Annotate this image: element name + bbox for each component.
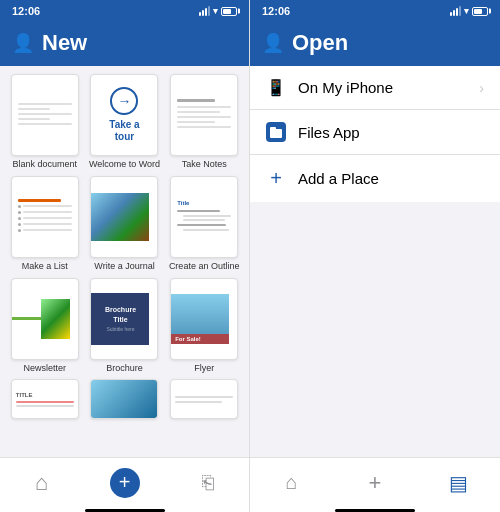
wifi-icon-right: ▾ <box>464 6 469 16</box>
place-label: Add a Place <box>298 170 484 187</box>
status-bar-right: 12:06 ▾ <box>250 0 500 22</box>
tab-add-right[interactable]: + <box>333 470 416 496</box>
thumb-notes <box>170 74 238 156</box>
thumb-list <box>11 176 79 258</box>
add-icon-left[interactable]: + <box>110 468 140 498</box>
open-list: 📱 On My iPhone › Files App + Add a Place <box>250 66 500 457</box>
template-newsletter[interactable]: Newsletter <box>8 278 82 374</box>
template-list[interactable]: Make a List <box>8 176 82 272</box>
tour-arrow-icon: → <box>117 93 131 109</box>
status-bar-left: 12:06 ▾ <box>0 0 249 22</box>
label-brochure: Brochure <box>106 363 143 374</box>
header-left: 👤 New <box>0 22 249 66</box>
add-icon-right: + <box>369 470 382 496</box>
open-item-iphone[interactable]: 📱 On My iPhone › <box>250 66 500 110</box>
template-tour[interactable]: → Take atour Welcome to Word <box>88 74 162 170</box>
tour-text: Take atour <box>109 119 139 143</box>
thumb-newsletter <box>11 278 79 360</box>
new-screen: 12:06 ▾ 👤 New <box>0 0 250 512</box>
label-journal: Write a Journal <box>94 261 154 272</box>
template-partial-3[interactable] <box>167 379 241 419</box>
template-brochure[interactable]: BrochureTitle Subtitle here Brochure <box>88 278 162 374</box>
thumb-partial-1: TITLE <box>11 379 79 419</box>
battery-icon <box>221 7 237 16</box>
folder-icon-left: ⎗ <box>202 471 214 494</box>
header-title-right: Open <box>292 30 348 56</box>
header-right: 👤 Open <box>250 22 500 66</box>
thumb-partial-2 <box>90 379 158 419</box>
tab-add-left[interactable]: + <box>83 468 166 498</box>
thumb-flyer: For Sale! <box>170 278 238 360</box>
template-blank[interactable]: Blank document <box>8 74 82 170</box>
tab-home-left[interactable]: ⌂ <box>0 470 83 496</box>
thumb-brochure: BrochureTitle Subtitle here <box>90 278 158 360</box>
template-row4: TITLE <box>8 379 241 419</box>
user-icon: 👤 <box>12 32 34 54</box>
open-screen: 12:06 ▾ 👤 Open 📱 On My iPhone › <box>250 0 500 512</box>
thumb-tour: → Take atour <box>90 74 158 156</box>
template-flyer[interactable]: For Sale! Flyer <box>167 278 241 374</box>
tab-folder-left[interactable]: ⎗ <box>166 471 249 494</box>
thumb-partial-3 <box>170 379 238 419</box>
open-item-files[interactable]: Files App <box>250 110 500 155</box>
thumb-journal <box>90 176 158 258</box>
template-notes[interactable]: Take Notes <box>167 74 241 170</box>
thumb-blank <box>11 74 79 156</box>
header-title-left: New <box>42 30 87 56</box>
label-outline: Create an Outline <box>169 261 240 272</box>
folder-icon-right: ▤ <box>449 471 468 495</box>
home-icon-left: ⌂ <box>35 470 48 496</box>
label-notes: Take Notes <box>182 159 227 170</box>
tour-circle: → <box>110 87 138 115</box>
label-blank: Blank document <box>13 159 78 170</box>
wifi-icon: ▾ <box>213 6 218 16</box>
status-icons-left: ▾ <box>199 6 237 16</box>
template-journal[interactable]: Write a Journal <box>88 176 162 272</box>
home-icon-right: ⌂ <box>286 471 298 494</box>
iphone-label: On My iPhone <box>298 79 479 96</box>
template-content: Blank document → Take atour Welcome to W… <box>0 66 249 457</box>
tab-bar-left: ⌂ + ⎗ <box>0 457 249 509</box>
tab-folder-right[interactable]: ▤ <box>417 471 500 495</box>
user-icon-right: 👤 <box>262 32 284 54</box>
tab-home-right[interactable]: ⌂ <box>250 471 333 494</box>
chevron-icon-iphone: › <box>479 80 484 96</box>
open-item-place[interactable]: + Add a Place <box>250 155 500 202</box>
battery-icon-right <box>472 7 488 16</box>
time-right: 12:06 <box>262 5 290 17</box>
thumb-outline: Title <box>170 176 238 258</box>
template-partial-1[interactable]: TITLE <box>8 379 82 419</box>
files-label: Files App <box>298 124 484 141</box>
label-list: Make a List <box>22 261 68 272</box>
files-app-icon <box>266 122 286 142</box>
template-outline[interactable]: Title Create an Outline <box>167 176 241 272</box>
template-grid: Blank document → Take atour Welcome to W… <box>8 74 241 373</box>
iphone-icon: 📱 <box>266 78 286 97</box>
svg-rect-1 <box>270 127 276 131</box>
signal-icon <box>199 6 210 16</box>
signal-icon-right <box>450 6 461 16</box>
tab-bar-right: ⌂ + ▤ <box>250 457 500 509</box>
plus-icon: + <box>266 167 286 190</box>
label-flyer: Flyer <box>194 363 214 374</box>
label-tour: Welcome to Word <box>89 159 160 170</box>
time-left: 12:06 <box>12 5 40 17</box>
template-partial-2[interactable] <box>88 379 162 419</box>
label-newsletter: Newsletter <box>24 363 67 374</box>
status-icons-right: ▾ <box>450 6 488 16</box>
